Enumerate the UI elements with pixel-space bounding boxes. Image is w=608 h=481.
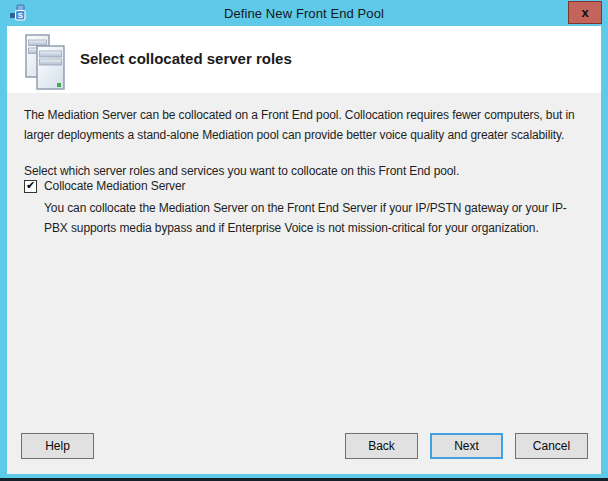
- close-icon: x: [581, 6, 588, 19]
- page-title: Select collocated server roles: [80, 50, 292, 67]
- collocate-mediation-checkbox[interactable]: ✔: [24, 180, 37, 193]
- collocate-mediation-description: You can collocate the Mediation Server o…: [44, 198, 589, 238]
- topology-builder-s-icon: S: [9, 4, 27, 22]
- checkmark-icon: ✔: [26, 180, 35, 191]
- cancel-button[interactable]: Cancel: [515, 433, 588, 459]
- wizard-header: Select collocated server roles: [7, 26, 601, 93]
- instruction-paragraph: Select which server roles and services y…: [7, 145, 601, 181]
- close-button[interactable]: x: [568, 1, 602, 24]
- wizard-content: The Mediation Server can be collocated o…: [7, 93, 601, 474]
- help-button[interactable]: Help: [21, 433, 94, 459]
- intro-paragraph: The Mediation Server can be collocated o…: [7, 93, 601, 145]
- svg-text:S: S: [18, 11, 23, 20]
- next-button[interactable]: Next: [430, 433, 503, 459]
- define-new-front-end-pool-dialog: S Define New Front End Pool x: [0, 0, 608, 481]
- collocated-server-roles-icon: [25, 34, 67, 94]
- titlebar[interactable]: S Define New Front End Pool x: [0, 0, 608, 26]
- collocate-mediation-label[interactable]: Collocate Mediation Server: [44, 179, 185, 193]
- back-button[interactable]: Back: [345, 433, 418, 459]
- collocate-mediation-row[interactable]: ✔ Collocate Mediation Server: [24, 179, 185, 193]
- window-title: Define New Front End Pool: [0, 6, 608, 21]
